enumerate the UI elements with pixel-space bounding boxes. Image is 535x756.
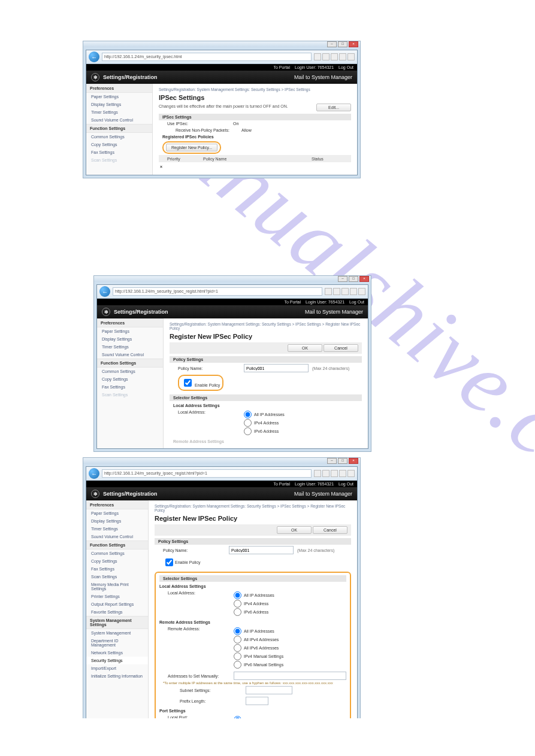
- remote-all-ip-radio[interactable]: [234, 627, 241, 635]
- favorites-icon[interactable]: [350, 288, 357, 295]
- sidebar-item-fax[interactable]: Fax Settings: [97, 383, 163, 391]
- sidebar-item-sound[interactable]: Sound Volume Control: [86, 116, 152, 124]
- local-ipv6-radio[interactable]: [244, 427, 252, 435]
- manual-addresses-input[interactable]: [234, 672, 346, 680]
- sidebar-item-printer[interactable]: Printer Settings: [86, 593, 148, 600]
- back-button[interactable]: ←: [89, 468, 99, 479]
- sidebar-item-copy[interactable]: Copy Settings: [86, 557, 148, 565]
- sidebar-item-paper[interactable]: Paper Settings: [97, 327, 163, 335]
- home-icon[interactable]: [331, 470, 338, 477]
- sidebar-item-network[interactable]: Network Settings: [86, 649, 148, 657]
- enable-policy-checkbox[interactable]: [165, 558, 173, 566]
- sidebar-item-scan[interactable]: Scan Settings: [86, 156, 152, 164]
- sidebar-item-display[interactable]: Display Settings: [97, 335, 163, 343]
- to-portal-link[interactable]: To Portal: [284, 300, 301, 304]
- favorites-icon[interactable]: [339, 53, 346, 60]
- remote-ipv6-manual-radio[interactable]: [234, 661, 241, 669]
- sidebar-item-common[interactable]: Common Settings: [97, 368, 163, 375]
- sidebar-item-system-management[interactable]: System Management: [86, 629, 148, 637]
- minimize-button[interactable]: –: [327, 458, 337, 464]
- to-portal-link[interactable]: To Portal: [273, 482, 290, 486]
- url-field[interactable]: http://192.168.1.24/m_security_ipsec.htm…: [102, 53, 312, 61]
- register-new-policy-button[interactable]: Register New Policy...: [166, 144, 217, 151]
- sidebar-item-copy[interactable]: Copy Settings: [97, 375, 163, 383]
- sidebar-item-sound[interactable]: Sound Volume Control: [86, 533, 148, 541]
- favorites-icon[interactable]: [339, 470, 346, 477]
- policy-name-input[interactable]: [244, 364, 309, 372]
- sidebar-item-memory-media[interactable]: Memory Media Print Settings: [86, 581, 148, 593]
- sidebar-item-sound[interactable]: Sound Volume Control: [97, 351, 163, 359]
- sidebar-item-display[interactable]: Display Settings: [86, 517, 148, 525]
- mail-link[interactable]: Mail to System Manager: [294, 491, 352, 497]
- edit-button[interactable]: Edit...: [316, 104, 351, 111]
- refresh-icon[interactable]: [325, 288, 332, 295]
- tools-icon[interactable]: [347, 470, 355, 477]
- sidebar-item-security[interactable]: Security Settings: [86, 657, 148, 664]
- home-icon[interactable]: [331, 53, 338, 60]
- close-button[interactable]: ×: [349, 41, 358, 47]
- sidebar-header-preferences: Preferences: [97, 318, 163, 327]
- logout-link[interactable]: Log Out: [338, 65, 353, 69]
- sidebar-item-output-report[interactable]: Output Report Settings: [86, 600, 148, 608]
- sidebar-item-common[interactable]: Common Settings: [86, 549, 148, 557]
- remote-ipv4-manual-radio[interactable]: [234, 652, 241, 660]
- minimize-button[interactable]: –: [327, 41, 337, 47]
- mail-link[interactable]: Mail to System Manager: [305, 309, 363, 315]
- sidebar-item-paper[interactable]: Paper Settings: [86, 509, 148, 517]
- subnet-settings-input[interactable]: [246, 686, 292, 694]
- stop-icon[interactable]: [333, 288, 340, 295]
- url-field[interactable]: http://192.168.1.24/m_security_ipsec_reg…: [102, 469, 312, 478]
- tools-icon[interactable]: [358, 288, 365, 295]
- enable-policy-checkbox[interactable]: [184, 379, 192, 387]
- sidebar-item-display[interactable]: Display Settings: [86, 101, 152, 108]
- ok-button[interactable]: OK: [277, 526, 312, 534]
- app-title: Settings/Registration: [103, 74, 158, 80]
- cancel-button[interactable]: Cancel: [313, 526, 347, 534]
- to-portal-link[interactable]: To Portal: [273, 65, 290, 69]
- close-button[interactable]: ×: [359, 276, 369, 282]
- sidebar-item-import-export[interactable]: Import/Export: [86, 664, 148, 672]
- logout-link[interactable]: Log Out: [349, 300, 364, 304]
- sidebar-item-scan[interactable]: Scan Settings: [86, 573, 148, 581]
- sidebar-item-favorite[interactable]: Favorite Settings: [86, 608, 148, 616]
- maximize-button[interactable]: □: [338, 41, 347, 47]
- maximize-button[interactable]: □: [338, 458, 347, 464]
- stop-icon[interactable]: [322, 470, 330, 477]
- sidebar-item-fax[interactable]: Fax Settings: [86, 565, 148, 573]
- minimize-button[interactable]: –: [338, 276, 347, 282]
- back-button[interactable]: ←: [99, 286, 110, 297]
- mail-link[interactable]: Mail to System Manager: [294, 74, 352, 80]
- local-all-ip-radio[interactable]: [234, 591, 241, 599]
- stop-icon[interactable]: [322, 53, 330, 60]
- url-field[interactable]: http://192.168.1.24/m_security_ipsec_reg…: [113, 287, 322, 296]
- remote-all-ipv4-radio[interactable]: [234, 636, 241, 643]
- local-ipv4-radio[interactable]: [234, 600, 241, 608]
- refresh-icon[interactable]: [314, 53, 321, 60]
- sidebar-item-initialize[interactable]: Initialize Setting Information: [86, 672, 148, 680]
- sidebar-item-timer[interactable]: Timer Settings: [86, 525, 148, 533]
- local-all-ip-radio[interactable]: [244, 411, 252, 418]
- sidebar-item-timer[interactable]: Timer Settings: [97, 343, 163, 351]
- sidebar-item-timer[interactable]: Timer Settings: [86, 108, 152, 116]
- local-ipv6-radio[interactable]: [234, 608, 241, 616]
- cancel-button[interactable]: Cancel: [324, 344, 358, 352]
- local-ipv4-radio[interactable]: [244, 419, 252, 427]
- back-button[interactable]: ←: [89, 51, 99, 62]
- sidebar-item-common[interactable]: Common Settings: [86, 133, 152, 141]
- maximize-button[interactable]: □: [349, 276, 358, 282]
- sidebar-item-paper[interactable]: Paper Settings: [86, 93, 152, 101]
- sidebar-item-fax[interactable]: Fax Settings: [86, 148, 152, 156]
- sidebar-item-scan[interactable]: Scan Settings: [97, 391, 163, 399]
- ok-button[interactable]: OK: [288, 344, 322, 352]
- logout-link[interactable]: Log Out: [338, 482, 353, 486]
- refresh-icon[interactable]: [314, 470, 321, 477]
- tools-icon[interactable]: [347, 53, 355, 60]
- remote-all-ipv6-radio[interactable]: [234, 644, 241, 652]
- policy-name-input[interactable]: [229, 546, 294, 554]
- home-icon[interactable]: [341, 288, 349, 295]
- prefix-length-input[interactable]: [246, 697, 268, 705]
- local-port-all-radio[interactable]: [234, 716, 241, 718]
- sidebar-item-dept-id[interactable]: Department ID Management: [86, 637, 148, 649]
- close-button[interactable]: ×: [349, 458, 358, 464]
- sidebar-item-copy[interactable]: Copy Settings: [86, 141, 152, 148]
